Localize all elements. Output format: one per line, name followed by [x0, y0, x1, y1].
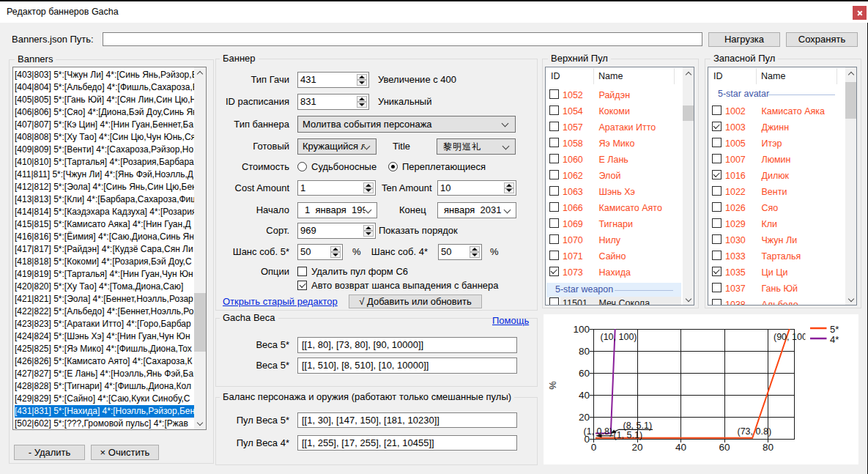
svg-text:4*: 4* — [830, 334, 839, 345]
svg-text:(73, 0.8): (73, 0.8) — [738, 426, 772, 437]
svg-text:40: 40 — [675, 442, 686, 453]
svg-text:(1, 5.1): (1, 5.1) — [614, 430, 643, 440]
svg-text:0: 0 — [591, 442, 597, 453]
svg-text:20: 20 — [631, 442, 642, 453]
svg-text:(1, 0.8): (1, 0.8) — [584, 426, 613, 437]
svg-text:5*: 5* — [830, 324, 839, 335]
svg-text:100: 100 — [573, 324, 590, 335]
svg-text:(90, 100): (90, 100) — [774, 332, 810, 342]
svg-text:%: % — [547, 381, 558, 390]
svg-text:40: 40 — [579, 390, 590, 401]
svg-text:60: 60 — [719, 442, 730, 453]
svg-text:20: 20 — [579, 412, 590, 423]
svg-text:80: 80 — [763, 442, 774, 453]
svg-text:(10, 100): (10, 100) — [601, 332, 637, 342]
svg-text:80: 80 — [579, 346, 590, 357]
svg-text:60: 60 — [579, 368, 590, 379]
